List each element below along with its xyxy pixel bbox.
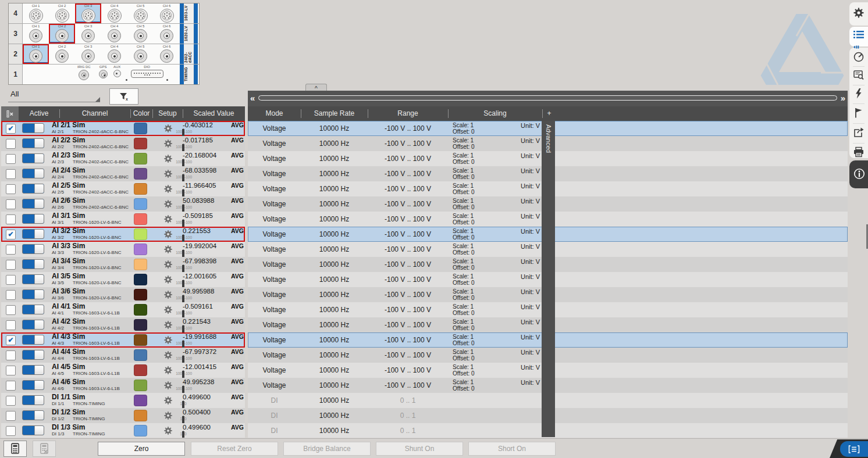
remove-math-channel-button[interactable] xyxy=(33,441,56,457)
channel-row[interactable]: AI 4/2 SimAI 4/2TRION-1603-LV-6-L1B0.221… xyxy=(1,317,848,332)
aux-connector[interactable]: AUX xyxy=(113,65,121,77)
mode-cell[interactable]: DI xyxy=(248,393,301,408)
range-cell[interactable]: -100 V .. 100 V xyxy=(368,287,448,302)
channel-color-swatch[interactable] xyxy=(134,274,147,285)
channel-color-swatch[interactable] xyxy=(134,304,147,316)
range-cell[interactable]: -100 V .. 100 V xyxy=(368,332,448,348)
channel-active-toggle[interactable] xyxy=(22,153,44,163)
channel-connector[interactable]: CH 4 xyxy=(101,24,127,44)
filter-button[interactable]: x xyxy=(109,88,138,105)
channel-checkbox[interactable]: ✔ xyxy=(6,124,16,134)
sample-rate-cell[interactable]: 10000 Hz xyxy=(301,166,368,181)
range-cell[interactable]: -100 V .. 100 V xyxy=(368,348,448,363)
sample-rate-cell[interactable]: 10000 Hz xyxy=(301,363,368,378)
mode-cell[interactable]: Voltage xyxy=(248,317,301,332)
channel-color-swatch[interactable] xyxy=(134,395,147,406)
range-cell[interactable]: -100 V .. 100 V xyxy=(368,363,448,378)
shunt-on-button[interactable]: Shunt On xyxy=(376,442,463,456)
mode-cell[interactable]: Voltage xyxy=(248,242,301,257)
channel-row[interactable]: AI 4/1 SimAI 4/1TRION-1603-LV-6-L1B-0.50… xyxy=(1,302,848,317)
channel-row[interactable]: AI 2/6 SimAI 2/6TRION-2402-dACC-6-BNC50.… xyxy=(1,196,848,212)
range-cell[interactable]: -100 V .. 100 V xyxy=(368,181,448,196)
channel-checkbox[interactable] xyxy=(6,396,16,406)
channel-row[interactable]: AI 4/6 SimAI 4/6TRION-1603-LV-6-L1B49.99… xyxy=(1,378,848,393)
channel-active-toggle[interactable] xyxy=(22,425,44,435)
channel-setup-gear-icon[interactable] xyxy=(163,260,173,269)
sample-rate-cell[interactable]: 10000 Hz xyxy=(301,136,368,151)
header-color[interactable]: Color xyxy=(130,106,152,121)
channel-row[interactable]: AI 3/3 SimAI 3/3TRION-1620-LV-6-BNC-19.9… xyxy=(1,242,848,257)
channel-checkbox[interactable] xyxy=(6,245,16,255)
channel-active-toggle[interactable] xyxy=(22,335,44,345)
export-icon[interactable] xyxy=(853,127,865,138)
channel-connector[interactable]: CH 2 xyxy=(49,44,75,64)
print-icon[interactable] xyxy=(853,146,865,158)
channel-connector[interactable]: CH 1 xyxy=(23,24,49,44)
channel-row[interactable]: AI 2/2 SimAI 2/2TRION-2402-dACC-6-BNC-0.… xyxy=(1,136,848,151)
channel-active-toggle[interactable] xyxy=(22,274,44,284)
channel-row[interactable]: AI 2/5 SimAI 2/5TRION-2402-dACC-6-BNC-11… xyxy=(1,181,848,196)
channel-row[interactable]: DI 1/2 SimDI 1/2TRION-TIMING0.500400AVG0… xyxy=(1,408,848,423)
mode-cell[interactable]: Voltage xyxy=(248,151,301,166)
channel-filter-dropdown[interactable]: All xyxy=(8,87,100,102)
channel-setup-gear-icon[interactable] xyxy=(163,154,173,163)
mode-cell[interactable]: Voltage xyxy=(248,287,301,302)
channel-color-swatch[interactable] xyxy=(134,213,147,225)
channel-setup-gear-icon[interactable] xyxy=(163,366,173,375)
mode-cell[interactable]: Voltage xyxy=(248,272,301,287)
trigger-lightning-icon[interactable] xyxy=(853,88,865,99)
channel-checkbox[interactable] xyxy=(6,366,16,375)
mode-cell[interactable]: Voltage xyxy=(248,257,301,272)
channel-setup-gear-icon[interactable] xyxy=(163,245,173,254)
gps-connector[interactable]: GPS xyxy=(99,65,108,78)
channel-active-toggle[interactable] xyxy=(22,305,44,314)
mode-cell[interactable]: Voltage xyxy=(248,181,301,196)
channel-color-swatch[interactable] xyxy=(134,168,147,180)
channel-row[interactable]: AI 3/5 SimAI 3/5TRION-1620-LV-6-BNC-12.0… xyxy=(1,272,848,287)
channel-connector[interactable]: CH 6 xyxy=(154,44,180,64)
range-cell[interactable]: -100 V .. 100 V xyxy=(368,242,448,257)
channel-setup-gear-icon[interactable] xyxy=(163,320,173,330)
channel-checkbox[interactable] xyxy=(6,169,16,179)
channel-setup-gear-icon[interactable] xyxy=(163,335,173,345)
sample-rate-cell[interactable]: 10000 Hz xyxy=(301,302,368,317)
range-cell[interactable]: -100 V .. 100 V xyxy=(368,136,448,151)
channel-row[interactable]: DI 1/3 SimDI 1/3TRION-TIMING0.499600AVG0… xyxy=(1,423,848,438)
channel-connector[interactable]: CH 3 xyxy=(75,44,101,64)
channel-connector[interactable]: CH 3 xyxy=(75,3,101,23)
channel-setup-gear-icon[interactable] xyxy=(163,411,173,420)
channel-connector[interactable]: CH 2 xyxy=(49,24,75,44)
header-active[interactable]: Active xyxy=(19,106,59,121)
channel-color-swatch[interactable] xyxy=(134,153,147,164)
channel-checkbox[interactable] xyxy=(6,154,16,164)
screen-report-icon[interactable] xyxy=(853,69,865,81)
mode-cell[interactable]: Voltage xyxy=(248,121,301,136)
channel-setup-gear-icon[interactable] xyxy=(163,184,173,194)
channel-connector[interactable]: CH 6 xyxy=(154,3,180,23)
channel-row[interactable]: ✔AI 4/3 SimAI 4/3TRION-1603-LV-6-L1B-19.… xyxy=(1,332,848,348)
gauge-icon[interactable] xyxy=(853,51,865,63)
channel-checkbox[interactable] xyxy=(6,320,16,330)
channel-row[interactable]: ✔AI 2/1 SimAI 2/1TRION-2402-dACC-6-BNC-0… xyxy=(1,121,848,136)
bridge-balance-button[interactable]: Bridge Balance xyxy=(283,442,371,456)
channel-color-swatch[interactable] xyxy=(134,123,147,134)
reset-zero-button[interactable]: Reset Zero xyxy=(191,442,278,456)
sample-rate-cell[interactable]: 10000 Hz xyxy=(301,408,368,423)
add-math-channel-button[interactable] xyxy=(3,441,27,457)
short-on-button[interactable]: Short On xyxy=(468,442,556,456)
channel-color-swatch[interactable] xyxy=(134,334,147,346)
channel-active-toggle[interactable] xyxy=(22,410,44,420)
channel-setup-gear-icon[interactable] xyxy=(163,350,173,360)
info-icon[interactable] xyxy=(853,167,865,179)
channel-active-toggle[interactable] xyxy=(22,123,44,133)
range-cell[interactable]: 0 .. 1 xyxy=(368,393,448,408)
channel-active-toggle[interactable] xyxy=(22,259,44,269)
channel-color-swatch[interactable] xyxy=(134,364,147,376)
range-cell[interactable]: -100 V .. 100 V xyxy=(368,151,448,166)
channel-connector[interactable]: CH 1 xyxy=(23,44,49,64)
range-cell[interactable]: -100 V .. 100 V xyxy=(368,257,448,272)
channel-connector[interactable]: CH 4 xyxy=(101,44,127,64)
range-cell[interactable]: 0 .. 1 xyxy=(368,408,448,423)
sample-rate-cell[interactable]: 10000 Hz xyxy=(301,317,368,332)
channel-color-swatch[interactable] xyxy=(134,289,147,300)
